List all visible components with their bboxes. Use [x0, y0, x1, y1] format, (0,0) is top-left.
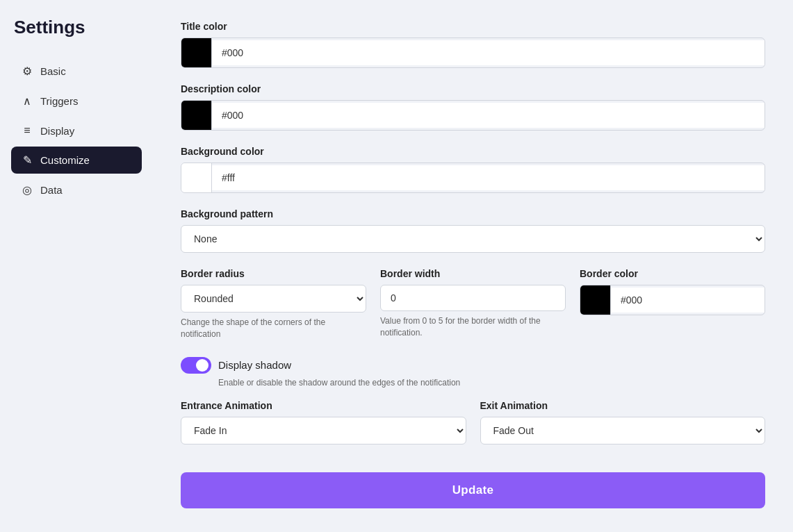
display-shadow-toggle[interactable] — [181, 357, 211, 374]
sidebar-item-basic-label: Basic — [40, 65, 66, 77]
animation-row: Entrance Animation Fade In Slide In Boun… — [181, 400, 765, 444]
description-color-swatch[interactable] — [181, 101, 212, 130]
display-icon: ≡ — [21, 124, 33, 137]
sidebar: Settings ⚙ Basic ∧ Triggers ≡ Display ✎ … — [0, 0, 153, 532]
description-color-label: Description color — [181, 83, 765, 94]
border-radius-label: Border radius — [181, 268, 366, 279]
title-color-label: Title color — [181, 21, 765, 32]
display-shadow-label: Display shadow — [218, 359, 291, 371]
sidebar-item-data-label: Data — [40, 184, 63, 196]
background-color-group: Background color — [181, 146, 765, 193]
sidebar-item-customize-label: Customize — [40, 154, 90, 166]
background-color-input[interactable] — [212, 165, 765, 190]
exit-animation-select[interactable]: Fade Out Slide Out Bounce Out Zoom Out — [480, 417, 766, 444]
border-color-swatch[interactable] — [580, 285, 611, 315]
border-color-input-row — [580, 285, 765, 315]
sidebar-item-customize[interactable]: ✎ Customize — [11, 147, 142, 174]
background-pattern-group: Background pattern None Dots Lines Grid … — [181, 208, 765, 253]
data-icon: ◎ — [21, 183, 33, 197]
toggle-slider — [181, 357, 211, 374]
sidebar-item-display[interactable]: ≡ Display — [11, 117, 142, 144]
background-color-input-row — [181, 163, 765, 193]
title-color-input[interactable] — [212, 40, 765, 65]
gear-icon: ⚙ — [21, 65, 33, 78]
background-color-label: Background color — [181, 146, 765, 157]
entrance-animation-select[interactable]: Fade In Slide In Bounce In Zoom In — [181, 417, 466, 444]
description-color-group: Description color — [181, 83, 765, 131]
border-color-label: Border color — [580, 268, 765, 279]
border-radius-select[interactable]: Rounded Square Pill — [181, 285, 366, 313]
border-radius-hint: Change the shape of the corners of the n… — [181, 317, 366, 340]
border-width-group: Border width Value from 0 to 5 for the b… — [380, 268, 566, 339]
border-row: Border radius Rounded Square Pill Change… — [181, 268, 765, 340]
border-width-hint: Value from 0 to 5 for the border width o… — [380, 315, 566, 339]
update-button-container: Update — [181, 465, 765, 508]
border-radius-group: Border radius Rounded Square Pill Change… — [181, 268, 366, 340]
customize-icon: ✎ — [21, 153, 33, 167]
title-color-swatch[interactable] — [181, 38, 212, 67]
exit-animation-label: Exit Animation — [480, 400, 766, 411]
display-shadow-toggle-row: Display shadow — [181, 357, 765, 374]
update-button[interactable]: Update — [181, 472, 765, 508]
background-color-swatch[interactable] — [181, 163, 212, 192]
display-shadow-hint: Enable or disable the shadow around the … — [218, 378, 765, 388]
display-shadow-section: Display shadow Enable or disable the sha… — [181, 357, 765, 388]
border-width-input[interactable] — [380, 285, 566, 311]
border-width-label: Border width — [380, 268, 566, 279]
sidebar-item-basic[interactable]: ⚙ Basic — [11, 58, 142, 85]
sidebar-item-triggers-label: Triggers — [40, 95, 78, 107]
chevron-up-icon: ∧ — [21, 94, 33, 108]
entrance-animation-group: Entrance Animation Fade In Slide In Boun… — [181, 400, 466, 444]
background-pattern-label: Background pattern — [181, 208, 765, 219]
exit-animation-group: Exit Animation Fade Out Slide Out Bounce… — [480, 400, 766, 444]
title-color-input-row — [181, 38, 765, 68]
description-color-input-row — [181, 100, 765, 131]
sidebar-item-data[interactable]: ◎ Data — [11, 176, 142, 203]
description-color-input[interactable] — [212, 103, 765, 128]
background-pattern-select[interactable]: None Dots Lines Grid Waves — [181, 225, 765, 253]
title-color-group: Title color — [181, 21, 765, 68]
border-color-input[interactable] — [611, 288, 765, 313]
main-content: Title color Description color Background… — [153, 0, 793, 532]
page-title: Settings — [11, 17, 142, 38]
sidebar-item-triggers[interactable]: ∧ Triggers — [11, 88, 142, 115]
sidebar-item-display-label: Display — [40, 125, 74, 137]
border-color-group: Border color — [580, 268, 765, 315]
entrance-animation-label: Entrance Animation — [181, 400, 466, 411]
